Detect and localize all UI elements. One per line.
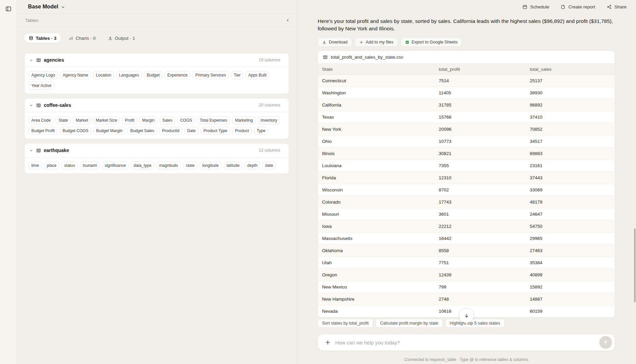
table-row: Texas1576637410 <box>318 111 615 123</box>
table-card-header[interactable]: earthquake12 columns <box>25 144 289 157</box>
share-button[interactable]: Share <box>607 4 627 9</box>
table-card-header[interactable]: agencies10 columns <box>25 53 289 67</box>
suggestion-chip[interactable]: Sort states by total_profit <box>318 319 373 328</box>
column-chip[interactable]: Apps Built <box>245 71 269 79</box>
file-name: total_profit_and_sales_by_state.csv <box>331 55 403 60</box>
column-chip[interactable]: depth <box>244 161 260 170</box>
collapse-sidebar-button[interactable] <box>285 18 290 23</box>
scroll-to-bottom-button[interactable] <box>459 308 474 323</box>
chat-input[interactable] <box>335 340 599 345</box>
left-rail <box>0 0 16 364</box>
table-cell: 29965 <box>526 233 615 245</box>
table-icon <box>36 58 41 63</box>
column-chip[interactable]: Budget <box>144 71 162 79</box>
table-cell: 70852 <box>526 123 615 135</box>
table-card-earthquake: earthquake12 columnstimeplacestatustsuna… <box>24 143 289 174</box>
tab-tables[interactable]: Tables · 3 <box>24 33 61 43</box>
column-header: total_sales <box>526 64 615 75</box>
column-chip[interactable]: Languages <box>116 71 142 79</box>
column-chip[interactable]: Year Active <box>29 82 54 90</box>
table-row: Wisconsin870233069 <box>318 184 615 196</box>
table-cell: 799 <box>435 281 526 293</box>
scrollbar-thumb[interactable] <box>634 229 636 302</box>
schedule-button[interactable]: Schedule <box>522 4 549 9</box>
table-row: Utah775135384 <box>318 257 615 269</box>
attach-button[interactable] <box>325 339 331 345</box>
column-chip[interactable]: State <box>56 116 70 124</box>
table-cell: 96892 <box>526 99 615 111</box>
column-chip[interactable]: Inventory <box>258 116 280 124</box>
plus-icon <box>359 40 364 44</box>
download-button[interactable]: Download <box>318 37 352 47</box>
column-chip[interactable]: date <box>262 161 276 170</box>
table-row: Oregon1243940899 <box>318 269 615 281</box>
column-chip[interactable]: Type <box>254 127 268 135</box>
table-card-header[interactable]: coffee-sales20 columns <box>25 98 289 112</box>
file-action-label: Export to Google Sheets <box>412 40 458 44</box>
column-chip[interactable]: Budget Profit <box>29 127 57 135</box>
column-chip[interactable]: Budget COGS <box>60 127 91 135</box>
column-chip[interactable]: Location <box>93 71 114 79</box>
column-chip[interactable]: Primary Services <box>193 71 229 79</box>
column-chip[interactable]: significance <box>102 161 128 170</box>
table-cell: New Mexico <box>318 281 435 293</box>
table-cell: Texas <box>318 111 435 123</box>
table-row: Connecticut751425137 <box>318 75 615 87</box>
column-chip[interactable]: COGS <box>177 116 195 124</box>
column-chip[interactable]: Agency Name <box>60 71 91 79</box>
table-cell: Ohio <box>318 135 435 148</box>
column-chip[interactable]: latitude <box>224 161 242 170</box>
table-cell: 24647 <box>526 208 615 220</box>
column-chip[interactable]: data_type <box>131 161 154 170</box>
model-selector[interactable]: Base Model <box>16 0 297 14</box>
column-chip[interactable]: Profit <box>122 116 137 124</box>
column-chip[interactable]: Sales <box>160 116 175 124</box>
table-cell: Wisconsin <box>318 184 435 196</box>
column-chip[interactable]: Date <box>184 127 198 135</box>
table-row: New York2009670852 <box>318 123 615 135</box>
tab-charts[interactable]: Charts · 0 <box>64 33 100 43</box>
tab-output[interactable]: Output · 1 <box>104 33 140 43</box>
export-to-google-sheets-button[interactable]: Export to Google Sheets <box>401 37 462 47</box>
create-report-button[interactable]: Create report <box>560 4 595 9</box>
column-chip[interactable]: status <box>61 161 78 170</box>
file-row[interactable]: total_profit_and_sales_by_state.csv <box>318 51 615 63</box>
column-count: 10 columns <box>259 58 280 62</box>
column-chip[interactable]: state <box>183 161 197 170</box>
column-chip[interactable]: Area Code <box>29 116 53 124</box>
suggestion-chip[interactable]: Highlight top 5 sales states <box>445 319 504 328</box>
table-cell: Oklahoma <box>318 245 435 257</box>
table-cell: 22212 <box>435 220 526 233</box>
column-chip[interactable]: Product Type <box>201 127 230 135</box>
column-chip[interactable]: Budget Margin <box>93 127 125 135</box>
column-chip[interactable]: Experience <box>165 71 190 79</box>
column-chip[interactable]: Market <box>73 116 91 124</box>
table-row: Louisiana735523161 <box>318 160 615 172</box>
column-chip[interactable]: Market Size <box>93 116 120 124</box>
table-cell: 30821 <box>435 148 526 160</box>
column-chip[interactable]: time <box>29 161 42 170</box>
send-button[interactable] <box>599 336 612 349</box>
suggestion-chip[interactable]: Calculate profit margin by state <box>376 319 442 328</box>
table-cell: Iowa <box>318 220 435 233</box>
sidebar: Base Model Tables Tables · 3Charts · 0Ou… <box>16 0 297 364</box>
column-chip[interactable]: Margin <box>139 116 157 124</box>
column-chip[interactable]: Marketing <box>232 116 256 124</box>
column-chip[interactable]: longitude <box>200 161 222 170</box>
sidebar-toggle-icon[interactable] <box>5 5 16 12</box>
column-chip[interactable]: Tier <box>231 71 243 79</box>
column-chip[interactable]: ProductId <box>160 127 182 135</box>
add-to-my-files-button[interactable]: Add to my files <box>355 37 398 47</box>
column-chip[interactable]: Agency Logo <box>29 71 58 79</box>
table-cell: 60159 <box>526 305 615 317</box>
column-chip[interactable]: magnitudo <box>156 161 181 170</box>
table-row: Washington1140538930 <box>318 87 615 99</box>
column-chip[interactable]: Product <box>232 127 252 135</box>
column-chip[interactable]: place <box>44 161 59 170</box>
tab-label: Output · 1 <box>115 36 135 41</box>
column-chip[interactable]: tsunami <box>80 161 99 170</box>
column-chip[interactable]: Total Expenses <box>197 116 230 124</box>
top-action-label: Create report <box>568 4 595 9</box>
column-chip[interactable]: Budget Sales <box>127 127 157 135</box>
table-row: New Hampshire274814887 <box>318 293 615 305</box>
